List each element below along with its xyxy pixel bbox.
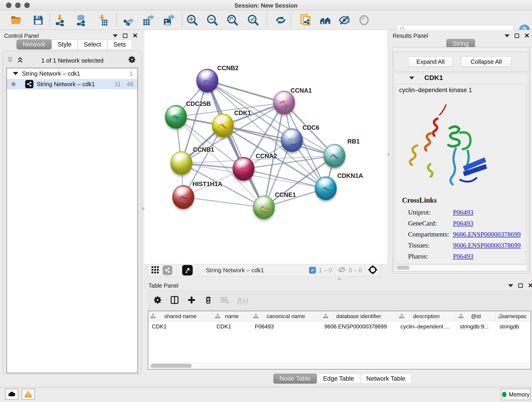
zoom-in-icon[interactable]: [186, 14, 198, 26]
collapse-panel-icon[interactable]: [113, 34, 118, 37]
detach-view-icon[interactable]: [182, 265, 193, 275]
crosslink-label: Tissues:: [408, 242, 453, 249]
network-node-cdk1[interactable]: [212, 114, 234, 138]
table-cell[interactable]: 9606.ENSP00000378699: [321, 321, 397, 332]
network-node-ccna2[interactable]: [233, 157, 254, 181]
column-header-database-identifier[interactable]: database identifier: [321, 311, 397, 321]
entry-collapse-icon[interactable]: [409, 77, 414, 80]
collapse-all-button[interactable]: Collapse All: [461, 56, 511, 67]
toolbar-divider: [182, 13, 182, 27]
table-cell[interactable]: stringdb: [496, 321, 532, 332]
zoom-out-icon[interactable]: [206, 14, 219, 26]
column-header-description[interactable]: description: [397, 311, 456, 321]
crosslink-genecard-link[interactable]: P06493: [453, 220, 530, 227]
grid-view-icon[interactable]: [151, 265, 159, 275]
table-cell[interactable]: CDK1: [148, 321, 213, 332]
warning-status-button[interactable]: [22, 389, 35, 400]
network-node-hist1h1a[interactable]: [172, 185, 194, 209]
float-panel-icon[interactable]: [515, 33, 519, 38]
open-session-icon[interactable]: [10, 14, 22, 26]
table-horizontal-scrollbar[interactable]: [149, 363, 530, 369]
scrollbar-thumb[interactable]: [151, 364, 192, 368]
import-network-database-icon[interactable]: [75, 14, 87, 26]
zoom-selected-icon[interactable]: [247, 14, 259, 26]
memory-button[interactable]: Memory: [501, 389, 531, 400]
table-row[interactable]: CDK1CDK1P064939606.ENSP00000378699cyclin…: [148, 321, 531, 332]
scrollbar-thumb[interactable]: [397, 266, 409, 269]
tab-style[interactable]: Style: [51, 39, 78, 50]
birdseye-view-icon[interactable]: [368, 265, 378, 276]
network-options-gear-icon[interactable]: [128, 55, 136, 65]
crosslink-compartments-link[interactable]: 9606.ENSP00000378699: [453, 230, 530, 238]
table-panel-title: Table Panel: [148, 282, 178, 289]
column-header-namespac[interactable]: namespac: [496, 311, 532, 321]
network-collection-row[interactable]: String Network – cdk1 1: [7, 68, 138, 79]
network-row-selected[interactable]: String Network – cdk1 11 48: [7, 79, 138, 89]
column-header-shared-name[interactable]: shared name: [148, 311, 213, 321]
column-header--id[interactable]: @id: [456, 311, 496, 321]
zoom-fit-icon[interactable]: [226, 14, 239, 26]
import-table-icon[interactable]: [96, 14, 109, 26]
network-node-cdc6[interactable]: [281, 128, 303, 152]
crosslink-tissues-link[interactable]: 9606.ENSP00000378699: [453, 242, 530, 249]
close-panel-icon[interactable]: ✕: [133, 33, 138, 38]
collapse-panel-icon[interactable]: [508, 284, 513, 287]
tab-select[interactable]: Select: [78, 39, 107, 50]
share-view-icon[interactable]: [163, 265, 172, 275]
show-hide-details-icon[interactable]: [338, 14, 351, 26]
hidden-eye-icon[interactable]: [338, 266, 346, 275]
show-columns-icon[interactable]: [170, 295, 179, 306]
protein-thumbnail: [327, 150, 342, 164]
network-node-cdc25b[interactable]: [165, 105, 187, 129]
export-table-icon[interactable]: [142, 14, 154, 26]
tab-sets[interactable]: Sets: [107, 39, 132, 50]
node-label-ccna2: CCNA2: [256, 153, 277, 160]
tree-expand-icon[interactable]: [13, 72, 18, 75]
entry-gene-name: CDK1: [424, 74, 443, 82]
collapse-panel-icon[interactable]: [505, 34, 510, 37]
delete-column-icon[interactable]: [204, 296, 213, 305]
network-node-rb1[interactable]: [323, 144, 346, 168]
float-panel-icon[interactable]: [123, 33, 127, 38]
table-cell[interactable]: stringdb:9...: [456, 321, 496, 332]
export-image-icon[interactable]: [163, 14, 175, 26]
close-panel-icon[interactable]: ✕: [524, 33, 530, 38]
network-node-ccnb2[interactable]: [196, 69, 218, 93]
tab-edge-table[interactable]: Edge Table: [317, 374, 360, 384]
string-network-icon: [25, 80, 33, 88]
crosslink-uniprot-link[interactable]: P06493: [453, 209, 530, 216]
close-panel-icon[interactable]: ✕: [528, 283, 532, 288]
protein-thumbnail: [285, 134, 300, 148]
table-cell[interactable]: cyclin–dependent ...: [397, 321, 456, 332]
selected-nodes-checkbox-icon[interactable]: [309, 267, 316, 274]
left-splitter-handle[interactable]: [142, 207, 144, 210]
table-cell[interactable]: P06493: [251, 321, 321, 332]
tab-node-table[interactable]: Node Table: [273, 374, 317, 384]
tab-network-table[interactable]: Network Table: [360, 374, 412, 384]
network-node-ccna1[interactable]: [273, 91, 295, 115]
home-icon[interactable]: [319, 14, 331, 26]
import-network-file-icon[interactable]: [54, 14, 66, 26]
network-node-ccne1[interactable]: [253, 196, 275, 219]
export-network-icon[interactable]: [122, 14, 135, 26]
column-header-name[interactable]: name: [213, 311, 251, 321]
network-node-ccnb1[interactable]: [171, 151, 192, 175]
network-node-cdkn1a[interactable]: [315, 177, 337, 200]
cloud-status-button[interactable]: [5, 389, 18, 400]
first-neighbors-icon[interactable]: [300, 14, 312, 26]
save-session-icon[interactable]: [32, 14, 44, 26]
table-settings-gear-icon[interactable]: [153, 295, 162, 306]
float-panel-icon[interactable]: [518, 283, 523, 288]
network-canvas[interactable]: CCNB2CCNA1CDC25BCDK1CDC6RB1CCNB1CCNA2CDK…: [144, 30, 387, 264]
crosslink-label: GeneCard:: [408, 220, 453, 227]
table-cell[interactable]: CDK1: [213, 321, 251, 332]
column-header-label: canonical name: [266, 313, 305, 319]
protein-thumbnail: [318, 182, 334, 197]
tab-network[interactable]: Network: [17, 39, 51, 50]
expand-all-button[interactable]: Expand All: [408, 56, 453, 67]
add-column-icon[interactable]: [187, 295, 196, 306]
results-horizontal-scrollbar[interactable]: [395, 265, 526, 271]
crosslink-pharos-link[interactable]: P06493: [453, 253, 530, 260]
apply-layout-icon[interactable]: [274, 14, 287, 26]
column-header-canonical-name[interactable]: canonical name: [251, 311, 321, 321]
